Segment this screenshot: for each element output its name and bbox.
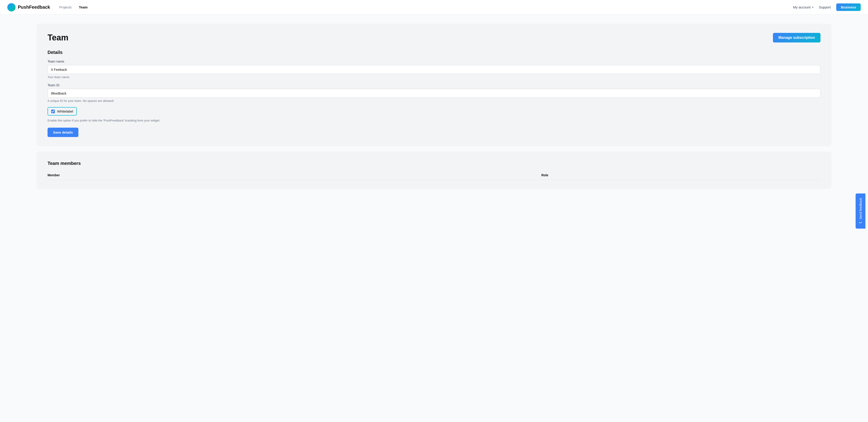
nav-links: Projects Team: [59, 5, 793, 9]
send-feedback-tab[interactable]: ↩ Send feedback: [856, 193, 865, 229]
member-column-header: Member: [48, 170, 541, 180]
send-feedback-label: Send feedback: [859, 198, 862, 219]
members-table-header-row: Member Role: [48, 170, 820, 180]
nav-projects[interactable]: Projects: [59, 5, 71, 9]
send-feedback-icon: ↩: [859, 220, 862, 225]
navbar: PushFeedback Projects Team My account ▾ …: [0, 0, 868, 14]
whitelabel-wrapper-outer: Whitelabel: [48, 107, 820, 118]
page-title: Team: [48, 33, 68, 42]
card-header: Team Manage subscription: [48, 33, 820, 42]
brand-logo-icon: [7, 3, 16, 11]
role-column-header: Role: [541, 170, 820, 180]
team-members-title: Team members: [48, 161, 820, 166]
whitelabel-label: Whitelabel: [57, 109, 73, 113]
team-id-input[interactable]: [48, 89, 820, 98]
nav-right: My account ▾ Support Business: [793, 3, 861, 11]
members-table: Member Role: [48, 170, 820, 180]
my-account-button[interactable]: My account ▾: [793, 5, 813, 9]
brand-name: PushFeedback: [18, 5, 50, 10]
brand-logo-link[interactable]: PushFeedback: [7, 3, 50, 11]
whitelabel-checkbox-label[interactable]: Whitelabel: [48, 107, 77, 116]
support-link[interactable]: Support: [819, 5, 831, 9]
details-section-title: Details: [48, 50, 820, 55]
team-name-label: Team name: [48, 60, 820, 63]
business-button[interactable]: Business: [836, 3, 861, 11]
team-id-hint: A unique ID for your team. No spaces are…: [48, 99, 820, 102]
team-id-group: Team ID A unique ID for your team. No sp…: [48, 83, 820, 102]
main-content: Team Manage subscription Details Team na…: [0, 14, 868, 422]
whitelabel-hint: Enable this option if you prefer to hide…: [48, 119, 820, 122]
manage-subscription-button[interactable]: Manage subscription: [773, 33, 820, 42]
details-card: Team Manage subscription Details Team na…: [37, 24, 831, 146]
chevron-down-icon: ▾: [812, 6, 813, 9]
my-account-label: My account: [793, 5, 811, 9]
team-members-card: Team members Member Role: [37, 152, 831, 189]
save-details-button[interactable]: Save details: [48, 128, 79, 137]
team-name-input[interactable]: [48, 65, 820, 74]
nav-team[interactable]: Team: [79, 5, 88, 9]
team-name-hint: Your team name.: [48, 75, 820, 79]
whitelabel-checkbox[interactable]: [51, 109, 55, 113]
team-name-group: Team name Your team name.: [48, 60, 820, 79]
team-id-label: Team ID: [48, 83, 820, 87]
members-table-head: Member Role: [48, 170, 820, 180]
